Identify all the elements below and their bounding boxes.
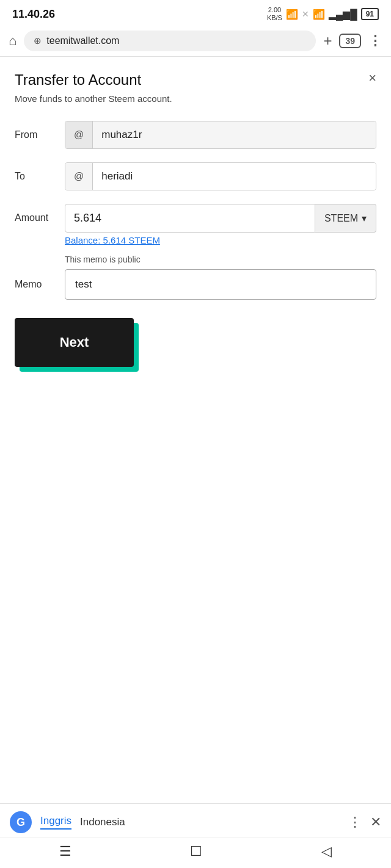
url-bar[interactable]: ⊕ teemitwallet.com (24, 31, 316, 51)
memo-input[interactable] (65, 269, 376, 300)
status-time: 11.40.26 (12, 8, 55, 21)
next-button-wrap: Next (15, 318, 134, 367)
network-speed: 2.00 KB/S (267, 6, 282, 22)
language-active[interactable]: Inggris (40, 815, 71, 830)
signal-bars-2-icon: ▂▄▆█ (329, 9, 357, 20)
nav-home-square-icon[interactable]: ☐ (190, 844, 202, 859)
amount-inputs: STEEM ▾ (65, 204, 376, 233)
site-info-icon: ⊕ (34, 35, 42, 46)
chevron-down-icon: ▾ (362, 212, 367, 224)
tab-count-badge[interactable]: 39 (339, 34, 361, 48)
currency-label: STEEM (324, 213, 358, 224)
amount-label: Amount (15, 204, 57, 223)
signal-bars-icon: 📶 (313, 9, 325, 20)
new-tab-icon[interactable]: + (323, 32, 332, 49)
memo-row: Memo (15, 269, 376, 300)
from-input[interactable] (93, 121, 376, 148)
main-content: Transfer to Account × Move funds to anot… (0, 57, 391, 599)
to-input-wrap: @ (65, 162, 376, 190)
translator-bar: G Inggris Indonesia ⋮ ✕ (0, 803, 391, 837)
to-label: To (15, 171, 57, 182)
browser-more-icon[interactable]: ⋮ (368, 33, 382, 49)
signal-x-icon: ✕ (302, 9, 309, 19)
close-button[interactable]: × (368, 71, 376, 85)
nav-menu-icon[interactable]: ☰ (59, 844, 71, 859)
from-at-symbol: @ (65, 121, 93, 148)
url-text: teemitwallet.com (46, 35, 119, 46)
wifi-icon: 📶 (286, 9, 298, 20)
status-icons: 2.00 KB/S 📶 ✕ 📶 ▂▄▆█ 91 (267, 6, 379, 22)
memo-label: Memo (15, 279, 57, 290)
translator-more-icon[interactable]: ⋮ (348, 814, 362, 830)
content-spacer (0, 599, 391, 803)
nav-back-icon[interactable]: ◁ (321, 844, 332, 859)
to-at-symbol: @ (65, 163, 93, 190)
home-icon[interactable]: ⌂ (9, 33, 16, 49)
battery-icon: 91 (361, 8, 379, 20)
to-row: To @ (15, 162, 376, 190)
to-input[interactable] (93, 163, 376, 190)
balance-text[interactable]: Balance: 5.614 STEEM (65, 235, 160, 245)
memo-public-note: This memo is public (15, 255, 376, 264)
from-input-wrap: @ (65, 121, 376, 149)
translate-icon: G (16, 816, 25, 829)
page-header: Transfer to Account × (15, 71, 376, 89)
next-button[interactable]: Next (15, 318, 134, 367)
currency-select[interactable]: STEEM ▾ (315, 204, 376, 233)
translator-close-button[interactable]: ✕ (370, 814, 381, 830)
from-label: From (15, 129, 57, 140)
amount-row: Amount STEEM ▾ (15, 204, 376, 233)
browser-bar: ⌂ ⊕ teemitwallet.com + 39 ⋮ (0, 26, 391, 57)
amount-input[interactable] (65, 204, 315, 233)
from-row: From @ (15, 121, 376, 149)
nav-bar: ☰ ☐ ◁ (0, 837, 391, 868)
balance-row: Balance: 5.614 STEEM (15, 235, 376, 246)
page-subtitle: Move funds to another Steem account. (15, 93, 376, 104)
status-bar: 11.40.26 2.00 KB/S 📶 ✕ 📶 ▂▄▆█ 91 (0, 0, 391, 26)
translate-icon-wrap: G (10, 811, 32, 833)
page-title: Transfer to Account (15, 71, 141, 89)
language-inactive[interactable]: Indonesia (80, 816, 125, 828)
